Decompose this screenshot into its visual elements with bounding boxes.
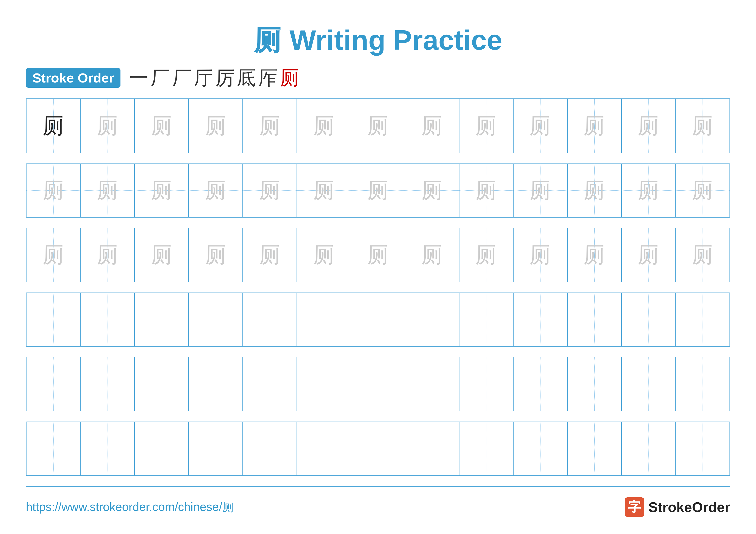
grid-cell[interactable] xyxy=(134,292,189,346)
grid-cell[interactable]: 厕 xyxy=(134,228,189,282)
grid-cell[interactable] xyxy=(622,292,676,346)
grid-cell[interactable] xyxy=(459,421,513,476)
grid-cell[interactable] xyxy=(297,292,351,346)
practice-char-light: 厕 xyxy=(97,115,118,137)
practice-char-light: 厕 xyxy=(367,115,389,137)
grid-cell[interactable] xyxy=(189,421,243,476)
practice-char-light: 厕 xyxy=(583,244,605,266)
grid-cell[interactable] xyxy=(351,292,405,346)
grid-cell[interactable] xyxy=(567,357,622,411)
grid-cell[interactable] xyxy=(676,357,730,411)
grid-cell[interactable] xyxy=(26,292,80,346)
stroke-1: 一 xyxy=(129,68,148,88)
grid-cell[interactable] xyxy=(297,357,351,411)
stroke-sequence: 一 厂 厂 厅 厉 厎 厏 厕 xyxy=(129,68,299,88)
grid-cell[interactable]: 厕 xyxy=(513,228,567,282)
grid-cell[interactable]: 厕 xyxy=(243,164,297,217)
grid-cell[interactable]: 厕 xyxy=(351,164,405,217)
grid-cell[interactable] xyxy=(26,357,80,411)
grid-cell[interactable]: 厕 xyxy=(80,228,134,282)
grid-cell[interactable] xyxy=(513,292,567,346)
grid-cell[interactable] xyxy=(513,357,567,411)
practice-char-light: 厕 xyxy=(475,115,497,137)
grid-cell[interactable]: 厕 xyxy=(676,164,730,217)
grid-cell[interactable] xyxy=(567,421,622,476)
grid-cell[interactable]: 厕 xyxy=(567,164,622,217)
grid-cell[interactable] xyxy=(622,421,676,476)
grid-cell[interactable]: 厕 xyxy=(80,164,134,217)
grid-cell[interactable]: 厕 xyxy=(297,228,351,282)
grid-cell[interactable] xyxy=(459,292,513,346)
grid-cell[interactable] xyxy=(134,421,189,476)
grid-cell[interactable]: 厕 xyxy=(405,99,459,153)
grid-cell[interactable]: 厕 xyxy=(351,228,405,282)
grid-cell[interactable] xyxy=(243,421,297,476)
grid-cell[interactable]: 厕 xyxy=(189,228,243,282)
grid-cell[interactable] xyxy=(297,421,351,476)
grid-cell[interactable] xyxy=(189,292,243,346)
grid-cell[interactable]: 厕 xyxy=(243,99,297,153)
grid-cell[interactable]: 厕 xyxy=(26,228,80,282)
practice-char-light: 厕 xyxy=(475,244,497,266)
footer-url[interactable]: https://www.strokeorder.com/chinese/厕 xyxy=(26,499,234,515)
grid-cell[interactable]: 厕 xyxy=(26,164,80,217)
grid-cell[interactable]: 厕 xyxy=(459,228,513,282)
grid-cell[interactable]: 厕 xyxy=(134,164,189,217)
practice-char-light: 厕 xyxy=(205,244,227,266)
grid-cell[interactable]: 厕 xyxy=(567,99,622,153)
practice-char-light: 厕 xyxy=(367,244,389,266)
practice-char-dark: 厕 xyxy=(43,115,64,137)
practice-char-light: 厕 xyxy=(205,180,227,201)
grid-cell[interactable] xyxy=(405,357,459,411)
grid-cell[interactable]: 厕 xyxy=(513,164,567,217)
grid-cell[interactable]: 厕 xyxy=(405,228,459,282)
grid-cell[interactable] xyxy=(405,421,459,476)
grid-cell[interactable]: 厕 xyxy=(676,99,730,153)
grid-cell[interactable] xyxy=(80,421,134,476)
practice-char-light: 厕 xyxy=(43,180,64,201)
grid-cell[interactable] xyxy=(26,421,80,476)
practice-grid: 厕厕厕厕厕厕厕厕厕厕厕厕厕厕厕厕厕厕厕厕厕厕厕厕厕厕厕厕厕厕厕厕厕厕厕厕厕厕厕 xyxy=(26,98,730,487)
practice-char-light: 厕 xyxy=(638,180,659,201)
grid-cell[interactable] xyxy=(676,421,730,476)
grid-cell[interactable]: 厕 xyxy=(80,99,134,153)
grid-cell[interactable] xyxy=(80,292,134,346)
grid-cell[interactable]: 厕 xyxy=(567,228,622,282)
grid-cell[interactable]: 厕 xyxy=(405,164,459,217)
grid-cell[interactable]: 厕 xyxy=(459,99,513,153)
grid-cell[interactable]: 厕 xyxy=(189,164,243,217)
grid-cell[interactable] xyxy=(351,421,405,476)
grid-cell[interactable]: 厕 xyxy=(26,99,80,153)
practice-char-light: 厕 xyxy=(692,180,713,201)
footer: https://www.strokeorder.com/chinese/厕 字 … xyxy=(26,497,730,517)
grid-cell[interactable] xyxy=(676,292,730,346)
grid-cell[interactable] xyxy=(513,421,567,476)
grid-cell[interactable] xyxy=(243,292,297,346)
grid-cell[interactable]: 厕 xyxy=(189,99,243,153)
grid-cell[interactable]: 厕 xyxy=(513,99,567,153)
grid-cell[interactable] xyxy=(80,357,134,411)
grid-cell[interactable] xyxy=(622,357,676,411)
stroke-5: 厉 xyxy=(215,68,235,88)
practice-char-light: 厕 xyxy=(151,180,173,201)
grid-cell[interactable]: 厕 xyxy=(134,99,189,153)
grid-cell[interactable] xyxy=(189,357,243,411)
grid-cell[interactable] xyxy=(134,357,189,411)
grid-cell[interactable]: 厕 xyxy=(297,99,351,153)
grid-cell[interactable] xyxy=(405,292,459,346)
grid-cell[interactable]: 厕 xyxy=(622,99,676,153)
grid-cell[interactable] xyxy=(351,357,405,411)
stroke-7: 厏 xyxy=(258,68,278,88)
grid-cell[interactable]: 厕 xyxy=(676,228,730,282)
grid-cell[interactable] xyxy=(243,357,297,411)
practice-char-light: 厕 xyxy=(259,115,281,137)
grid-cell[interactable]: 厕 xyxy=(297,164,351,217)
grid-cell[interactable]: 厕 xyxy=(243,228,297,282)
stroke-8: 厕 xyxy=(280,68,299,88)
grid-cell[interactable] xyxy=(567,292,622,346)
grid-cell[interactable]: 厕 xyxy=(622,164,676,217)
grid-cell[interactable] xyxy=(459,357,513,411)
grid-cell[interactable]: 厕 xyxy=(459,164,513,217)
grid-cell[interactable]: 厕 xyxy=(351,99,405,153)
grid-cell[interactable]: 厕 xyxy=(622,228,676,282)
